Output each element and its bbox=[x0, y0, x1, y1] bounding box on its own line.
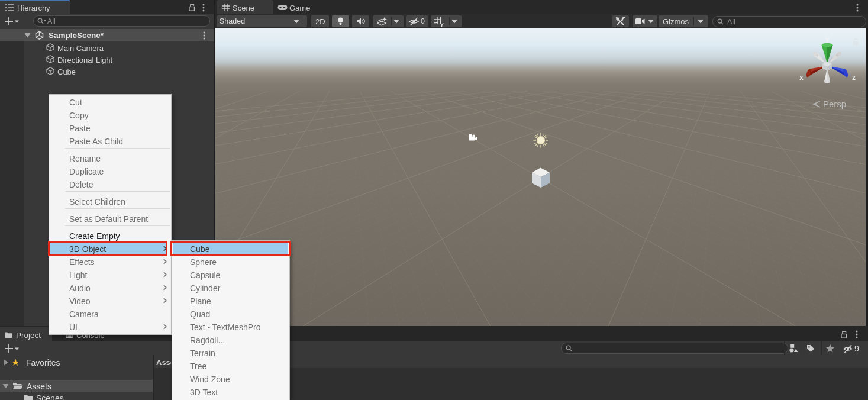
svg-text:y: y bbox=[825, 35, 830, 43]
svg-text:Y: Y bbox=[440, 21, 444, 27]
